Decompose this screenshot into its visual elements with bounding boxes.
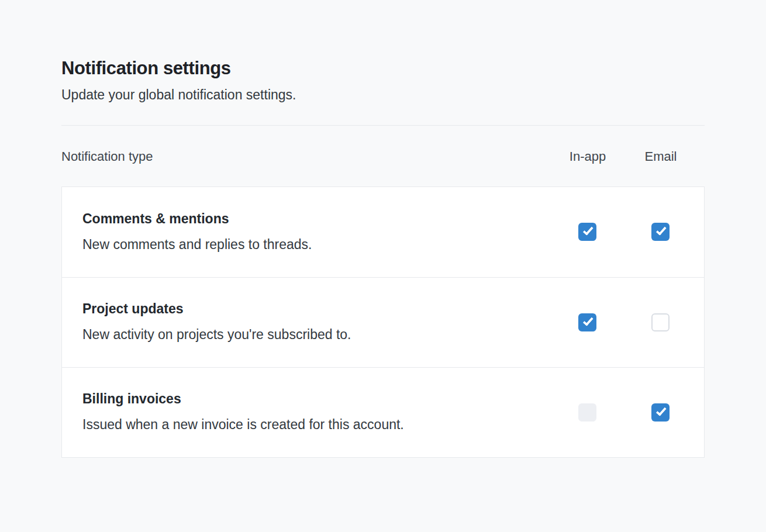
table-header: Notification type In-app Email	[61, 148, 705, 165]
checkmark-icon	[655, 224, 666, 236]
notification-row-billing-invoices: Billing invoices Issued when a new invoi…	[62, 367, 704, 457]
row-description: New activity on projects you're subscrib…	[82, 326, 534, 344]
page-title: Notification settings	[61, 57, 705, 80]
notification-row-project-updates: Project updates New activity on projects…	[62, 277, 704, 367]
column-header-notification-type: Notification type	[61, 149, 547, 164]
email-cell	[628, 403, 692, 422]
billing-inapp-checkbox	[578, 403, 596, 422]
inapp-cell	[546, 313, 628, 331]
checkmark-icon	[582, 315, 593, 326]
checkmark-icon	[582, 224, 593, 236]
page-subtitle: Update your global notification settings…	[61, 87, 705, 104]
project-inapp-checkbox[interactable]	[578, 313, 596, 331]
row-text: Comments & mentions New comments and rep…	[62, 210, 546, 254]
row-description: Issued when a new invoice is created for…	[82, 416, 534, 434]
inapp-cell	[546, 223, 628, 241]
email-cell	[628, 223, 692, 241]
notification-table: Comments & mentions New comments and rep…	[61, 186, 705, 458]
row-description: New comments and replies to threads.	[82, 236, 534, 254]
email-cell	[628, 313, 692, 331]
row-title: Project updates	[82, 300, 534, 318]
divider	[61, 125, 705, 126]
row-title: Billing invoices	[82, 391, 534, 408]
comments-inapp-checkbox[interactable]	[578, 223, 596, 241]
inapp-cell	[546, 403, 628, 422]
row-title: Comments & mentions	[82, 210, 534, 228]
notification-row-comments-mentions: Comments & mentions New comments and rep…	[62, 187, 704, 277]
column-header-inapp: In-app	[570, 149, 606, 164]
row-text: Project updates New activity on projects…	[62, 300, 546, 344]
row-text: Billing invoices Issued when a new invoi…	[62, 391, 546, 434]
comments-email-checkbox[interactable]	[651, 223, 670, 241]
checkmark-icon	[655, 405, 666, 416]
billing-email-checkbox[interactable]	[651, 403, 670, 422]
column-header-email: Email	[644, 149, 677, 164]
notification-settings-page: Notification settings Update your global…	[61, 0, 705, 458]
project-email-checkbox[interactable]	[651, 313, 670, 331]
